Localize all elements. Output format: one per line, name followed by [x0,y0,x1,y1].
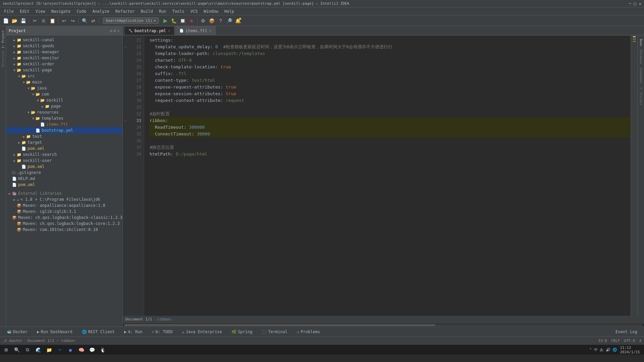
tree-item-com[interactable]: ▼ 📂 com [6,91,122,97]
tree-item-zkclient[interactable]: ▶ 📦 Maven: com.101tec:zkclient:0.10 [6,227,122,233]
toolbar-more[interactable]: ⚙ [200,17,207,24]
bottom-tab-problems[interactable]: ⚠ Problems [293,328,324,336]
bottom-tab-docker[interactable]: 🐳 Docker [3,328,32,336]
fold-line-30[interactable] [123,97,128,104]
toolbar-new[interactable]: 📄 [2,17,9,24]
scrollbar-thumb[interactable] [124,324,435,326]
close-btn[interactable]: ✕ [639,1,641,6]
fold-line-29[interactable] [123,90,128,97]
menu-file[interactable]: File [1,8,16,14]
fold-line-22[interactable]: ─ [123,44,128,50]
menu-vcs[interactable]: VCS [188,8,201,14]
toolbar-paste[interactable]: 📋 [49,17,56,24]
minimize-btn[interactable]: ─ [629,1,631,6]
tree-item-seckill-monitor[interactable]: ▶ 📁 seckill-monitor [6,55,122,61]
status-indent[interactable]: 4 [639,339,641,343]
maximize-btn[interactable]: □ [634,1,636,6]
stop-btn[interactable]: ■ [188,17,195,24]
menu-view[interactable]: View [33,8,48,14]
status-encoding[interactable]: UTF-8 [624,339,635,343]
tree-item-seckill-canal[interactable]: ▶ 📁 seckill-canal [6,37,122,43]
status-line-ending[interactable]: CRLF [611,339,620,343]
fold-line-36[interactable] [123,137,128,144]
tree-item-pom-xml-root[interactable]: ▶ 📄 pom.xml [6,182,122,188]
fold-line-33[interactable]: ─ [123,117,128,124]
debug-btn[interactable]: 🐛 [170,17,178,24]
search-btn[interactable]: 🔍 [12,346,21,354]
toolbar-sdk[interactable]: 📦 [208,17,216,24]
bottom-tab-java-enterprise[interactable]: ☕ Java Enterprise [178,328,226,336]
fold-line-28[interactable] [123,84,128,90]
tree-item-items-ftl[interactable]: ▶ 📄 items.ftl [6,121,122,127]
edge-btn[interactable]: 🌊 [34,346,43,354]
tree-item-help-md[interactable]: ▶ 📄 HELP.md [6,176,122,182]
fold-line-23[interactable] [123,50,128,57]
toolbar-undo[interactable]: ↩ [60,17,68,24]
qq-btn[interactable]: 🐧 [98,346,107,354]
menu-code[interactable]: Code [74,8,89,14]
tree-item-logback-core[interactable]: ▶ 📦 Maven: ch.qos.logback:logback-core:1… [6,221,122,227]
toolbar-copy[interactable]: ⎘ [40,17,47,24]
tree-item-resources[interactable]: ▼ 📂 resources [6,109,122,115]
tree-item-java[interactable]: ▼ 📂 java [6,85,122,91]
explorer-btn[interactable]: 📁 [44,346,54,354]
toolbar-open[interactable]: 📂 [11,17,18,24]
menu-edit[interactable]: Edit [17,8,32,14]
menu-refactor[interactable]: Refactor [113,8,138,14]
tree-item-templates[interactable]: ▼ 📂 templates [6,115,122,121]
tree-item-seckill-order[interactable]: ▶ 📁 seckill-order [6,61,122,67]
toolbar-redo[interactable]: ↪ [69,17,76,24]
status-git[interactable]: ⎇ master [3,339,22,343]
bottom-tab-run[interactable]: ▶ 4: Run [120,328,147,336]
menu-run[interactable]: Run [156,8,169,14]
toolbar-cut[interactable]: ✂ [31,17,39,24]
tab-close-icon[interactable]: ✕ [168,29,170,33]
idea-btn[interactable]: 🧠 [76,346,86,354]
status-position[interactable]: 33:8 [598,339,607,343]
tree-item-seckill-page[interactable]: ▼ 📂 seckill-page [6,67,122,73]
toolbar-replace[interactable]: ⇄ [90,17,97,24]
tree-item-seckill-search[interactable]: ▶ 📁 seckill-search [6,152,122,158]
fold-line-27[interactable] [123,77,128,84]
toolbar-inspect[interactable]: 🔎 [226,17,233,24]
bottom-tab-todo[interactable]: ✓ 6: TODO [148,328,177,336]
vscode-btn[interactable]: ⌨ [55,346,64,354]
tree-item-main[interactable]: ▼ 📂 main [6,79,122,85]
bottom-tab-rest-client[interactable]: 🌐 REST Client [78,328,119,336]
tree-item-seckill-user[interactable]: ▶ 📁 seckill-user [6,158,122,164]
bottom-tab-event-log[interactable]: Event Log [611,328,641,336]
tab-items-ftl[interactable]: 📄 items.ftl ✕ [175,26,216,35]
fold-line-24[interactable] [123,57,128,64]
tree-item-gitignore[interactable]: ▶ ⬡ .gitignore [6,170,122,176]
menu-help[interactable]: Help [222,8,237,14]
code-editor[interactable]: settings: template_update_delay: 0 #检查模板… [144,36,631,316]
project-expand-icon[interactable]: ⊞ [114,28,116,33]
menu-tools[interactable]: Tools [170,8,187,14]
tree-item-cglib[interactable]: ▶ 📦 Maven: cglib:cglib:3.1 [6,208,122,215]
zk-tab-vertical[interactable]: Zookeeper [639,66,643,85]
toolbar-notify[interactable]: 🔔 [234,17,242,24]
toolbar-save[interactable]: 💾 [19,17,27,24]
bottom-tab-terminal[interactable]: ⬛ Terminal [258,328,291,336]
fold-line-21[interactable] [123,37,128,44]
project-close-icon[interactable]: ✕ [117,28,120,33]
start-btn[interactable]: ⊞ [1,346,11,354]
project2-tab-vertical[interactable]: 2: Project [639,86,643,107]
bottom-tab-run-dashboard[interactable]: ▶ Run Dashboard [33,328,76,336]
structure-tab-vertical[interactable]: Structure [1,50,5,69]
tree-item-pom-xml-page[interactable]: ▶ 📄 pom.xml [6,145,122,152]
fold-line-31[interactable] [123,104,128,111]
fold-line-35[interactable] [123,131,128,137]
bean-tab-vertical[interactable]: Bean [639,38,643,48]
fold-line-37[interactable] [123,144,128,151]
run-btn[interactable]: ▶ [162,17,169,24]
clock[interactable]: 11:122024/1/15 [620,346,640,354]
toolbar-help2[interactable]: ? [217,17,224,24]
fold-line-25[interactable] [123,64,128,70]
tab-bootstrap-yml[interactable]: 🔧 bootstrap.yml ✕ [124,26,174,35]
tree-item-bootstrap-yml[interactable]: ▶ 📄 bootstrap.yml [6,127,122,133]
tree-item-page[interactable]: ▶ 📁 page [6,103,122,109]
bottom-tab-spring[interactable]: 🌿 Spring [227,328,256,336]
chrome-btn[interactable]: ● [66,346,75,354]
tree-item-seckill[interactable]: ▼ 📂 seckill [6,97,122,103]
